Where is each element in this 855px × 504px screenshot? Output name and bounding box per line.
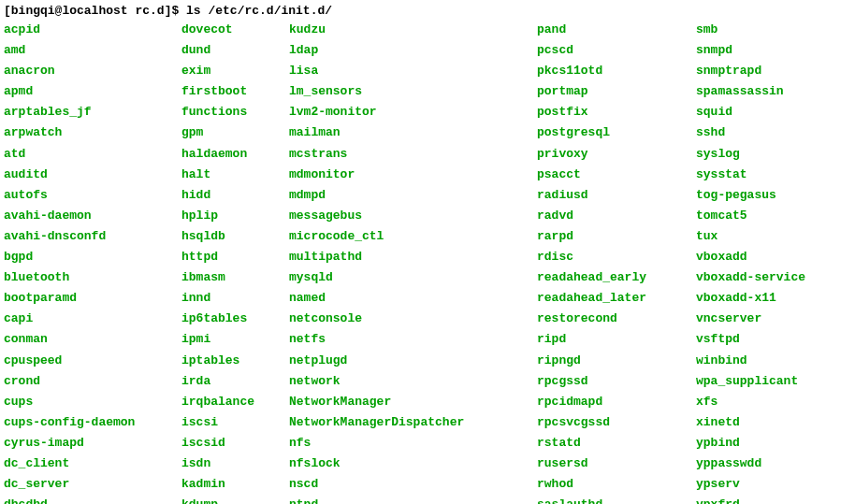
- service-entry: netconsole: [289, 309, 537, 329]
- service-entry: ypbind: [696, 433, 815, 454]
- service-entry: postgresql: [537, 122, 696, 143]
- service-entry: ibmasm: [181, 267, 289, 288]
- service-entry: crond: [4, 371, 181, 392]
- service-entry: ntpd: [289, 495, 537, 504]
- service-entry: halt: [181, 165, 289, 185]
- service-entry: named: [289, 288, 537, 309]
- service-entry: dc_server: [4, 474, 181, 495]
- service-entry: cups-config-daemon: [4, 412, 181, 433]
- service-entry: gpm: [181, 122, 289, 143]
- service-entry: bluetooth: [4, 267, 181, 288]
- service-entry: vboxadd-service: [696, 267, 815, 288]
- service-entry: snmpd: [696, 40, 815, 61]
- service-entry: anacron: [4, 61, 181, 81]
- service-entry: irda: [181, 371, 289, 392]
- service-entry: ripd: [537, 329, 696, 350]
- service-entry: iscsi: [181, 412, 289, 433]
- service-entry: mailman: [289, 122, 537, 143]
- service-entry: lisa: [289, 61, 537, 81]
- service-entry: httpd: [181, 247, 289, 267]
- service-entry: NetworkManager: [289, 392, 537, 412]
- service-entry: cpuspeed: [4, 351, 181, 371]
- service-entry: restorecond: [537, 309, 696, 329]
- service-entry: avahi-dnsconfd: [4, 226, 181, 247]
- service-entry: rpcidmapd: [537, 392, 696, 412]
- service-entry: isdn: [181, 454, 289, 474]
- service-entry: vsftpd: [696, 329, 815, 350]
- service-entry: arptables_jf: [4, 102, 181, 122]
- service-entry: yppasswdd: [696, 454, 815, 474]
- service-entry: sshd: [696, 122, 815, 143]
- service-entry: smb: [696, 20, 815, 40]
- service-entry: radiusd: [537, 185, 696, 206]
- service-entry: nscd: [289, 474, 537, 495]
- service-entry: kadmin: [181, 474, 289, 495]
- service-entry: hplip: [181, 206, 289, 226]
- service-entry: iptables: [181, 351, 289, 371]
- column-5: smbsnmpdsnmptrapdspamassassinsquidsshdsy…: [696, 20, 815, 504]
- service-entry: rarpd: [537, 226, 696, 247]
- service-entry: postfix: [537, 102, 696, 122]
- service-entry: exim: [181, 61, 289, 81]
- service-entry: xfs: [696, 392, 815, 412]
- service-entry: lm_sensors: [289, 81, 537, 102]
- service-entry: kudzu: [289, 20, 537, 40]
- service-entry: readahead_early: [537, 267, 696, 288]
- service-entry: irqbalance: [181, 392, 289, 412]
- service-entry: winbind: [696, 351, 815, 371]
- service-entry: vboxadd-x11: [696, 288, 815, 309]
- service-entry: pand: [537, 20, 696, 40]
- service-entry: ldap: [289, 40, 537, 61]
- service-entry: netfs: [289, 329, 537, 350]
- service-entry: capi: [4, 309, 181, 329]
- service-entry: syslog: [696, 144, 815, 165]
- service-entry: autofs: [4, 185, 181, 206]
- service-entry: dhcdbd: [4, 495, 181, 504]
- service-entry: tomcat5: [696, 206, 815, 226]
- service-entry: dc_client: [4, 454, 181, 474]
- service-entry: psacct: [537, 165, 696, 185]
- service-entry: rusersd: [537, 454, 696, 474]
- service-entry: ip6tables: [181, 309, 289, 329]
- service-entry: readahead_later: [537, 288, 696, 309]
- service-entry: snmptrapd: [696, 61, 815, 81]
- service-entry: auditd: [4, 165, 181, 185]
- service-entry: ypxfrd: [696, 495, 815, 504]
- service-entry: haldaemon: [181, 144, 289, 165]
- service-entry: radvd: [537, 206, 696, 226]
- service-entry: cyrus-imapd: [4, 433, 181, 454]
- service-entry: iscsid: [181, 433, 289, 454]
- service-entry: bgpd: [4, 247, 181, 267]
- column-3: kudzuldaplisalm_sensorslvm2-monitormailm…: [289, 20, 537, 504]
- service-entry: NetworkManagerDispatcher: [289, 412, 537, 433]
- service-entry: microcode_ctl: [289, 226, 537, 247]
- service-entry: lvm2-monitor: [289, 102, 537, 122]
- service-entry: ypserv: [696, 474, 815, 495]
- column-2: dovecotdundeximfirstbootfunctionsgpmhald…: [181, 20, 289, 504]
- service-entry: rwhod: [537, 474, 696, 495]
- service-entry: firstboot: [181, 81, 289, 102]
- service-entry: mdmonitor: [289, 165, 537, 185]
- service-entry: acpid: [4, 20, 181, 40]
- service-entry: conman: [4, 329, 181, 350]
- service-entry: rstatd: [537, 433, 696, 454]
- column-4: pandpcscdpkcs11otdportmappostfixpostgres…: [537, 20, 696, 504]
- service-entry: functions: [181, 102, 289, 122]
- service-entry: rpcsvcgssd: [537, 412, 696, 433]
- service-entry: atd: [4, 144, 181, 165]
- service-entry: mcstrans: [289, 144, 537, 165]
- service-entry: pcscd: [537, 40, 696, 61]
- service-entry: avahi-daemon: [4, 206, 181, 226]
- service-entry: saslauthd: [537, 495, 696, 504]
- service-entry: amd: [4, 40, 181, 61]
- service-entry: rpcgssd: [537, 371, 696, 392]
- service-entry: vboxadd: [696, 247, 815, 267]
- service-entry: tux: [696, 226, 815, 247]
- column-1: acpidamdanacronapmdarptables_jfarpwatcha…: [4, 20, 181, 504]
- service-entry: bootparamd: [4, 288, 181, 309]
- service-entry: dovecot: [181, 20, 289, 40]
- service-entry: spamassassin: [696, 81, 815, 102]
- service-entry: apmd: [4, 81, 181, 102]
- service-entry: cups: [4, 392, 181, 412]
- service-entry: innd: [181, 288, 289, 309]
